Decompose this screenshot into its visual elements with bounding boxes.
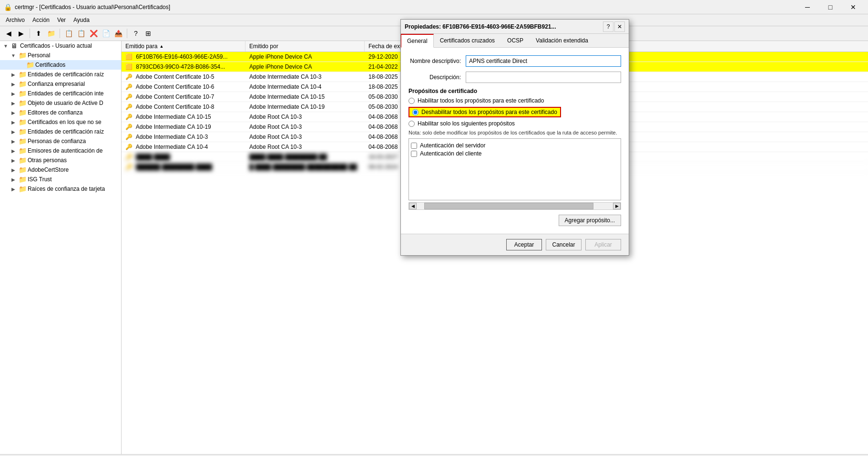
dialog-help-button[interactable]: ?: [603, 21, 613, 32]
tree-expand-otras: ▶: [10, 156, 17, 164]
paste-button[interactable]: 📋: [75, 28, 87, 39]
forward-button[interactable]: ▶: [15, 28, 27, 39]
scrollbar-thumb[interactable]: [424, 203, 593, 209]
cell-issued-by: Adobe Intermediate CA 10-15: [245, 92, 365, 102]
grid-button[interactable]: ⊞: [143, 28, 154, 39]
tree-label-adobe: AdobeCertStore: [28, 166, 69, 173]
tree-item-personas[interactable]: ▶ 📁 Personas de confianza: [0, 136, 121, 146]
copy-button[interactable]: 📋: [63, 28, 74, 39]
nombre-descriptivo-input[interactable]: [466, 55, 621, 67]
tree-item-raices[interactable]: ▶ 📁 Raíces de confianza de tarjeta: [0, 184, 121, 194]
properties-dialog: Propiedades: 6F10B766-E916-4603-966E-2A5…: [400, 19, 629, 256]
tab-validacion-extendida[interactable]: Validación extendida: [530, 34, 594, 48]
tree-label-raices: Raíces de confianza de tarjeta: [28, 186, 105, 192]
folder-icon-no-se: 📁: [19, 118, 26, 126]
dialog-content: Nombre descriptivo: Descripción: Propósi…: [401, 48, 629, 234]
menu-ayuda[interactable]: Ayuda: [70, 15, 93, 25]
radio-habilitar-solo-input[interactable]: [408, 121, 415, 127]
export-button[interactable]: 📤: [112, 28, 124, 39]
cell-issued-by: Apple iPhone Device CA: [245, 62, 365, 72]
scroll-left-arrow[interactable]: ◀: [409, 203, 417, 209]
cell-issued-to: 🔑 Adobe Intermediate CA 10-19: [122, 122, 245, 132]
tree-expand-no-se: ▶: [10, 118, 17, 126]
back-button[interactable]: ◀: [3, 28, 14, 39]
radio-deshabilitar-todos[interactable]: Deshabilitar todos los propósitos para e…: [408, 107, 561, 117]
col-header-issued-by[interactable]: Emitido por: [245, 41, 365, 52]
cell-issued-to: 🔑 Adobe Intermediate CA 10-3: [122, 132, 245, 142]
cell-issued-to: 🟨 8793CD63-99C0-4728-B086-354...: [122, 62, 245, 72]
tree-item-raiz2[interactable]: ▶ 📁 Entidades de certificación raíz: [0, 127, 121, 136]
tab-general[interactable]: General: [401, 34, 434, 48]
tree-label-editores: Editores de confianza: [28, 109, 82, 116]
maximize-button[interactable]: □: [819, 2, 841, 12]
cell-issued-to: 🔑 ████ ████: [122, 152, 245, 162]
cell-issued-to: 🔑 Adobe Content Certificate 10-8: [122, 102, 245, 112]
computer-icon: 🖥: [11, 42, 19, 50]
tree-label-confianza: Confianza empresarial: [28, 81, 85, 87]
radio-deshabilitar-todos-input[interactable]: [412, 109, 419, 115]
cancelar-button[interactable]: Cancelar: [546, 239, 582, 250]
dialog-title-bar: Propiedades: 6F10B766-E916-4603-966E-2A5…: [401, 20, 629, 34]
descripcion-row: Descripción:: [408, 72, 621, 83]
nombre-descriptivo-label: Nombre descriptivo:: [408, 58, 466, 64]
tab-ocsp[interactable]: OCSP: [501, 34, 530, 48]
window-controls: ─ □ ✕: [797, 2, 864, 12]
up-button[interactable]: ⬆: [33, 28, 44, 39]
tree-item-confianza[interactable]: ▶ 📁 Confianza empresarial: [0, 79, 121, 89]
tree-expand-entidades: ▶: [10, 90, 17, 97]
tree-label-personal: Personal: [28, 52, 50, 59]
radio-habilitar-solo[interactable]: Habilitar solo los siguientes propósitos: [408, 120, 621, 127]
minimize-button[interactable]: ─: [797, 2, 818, 12]
cell-issued-to: 🟨 6F10B766-E916-4603-966E-2A59...: [122, 52, 245, 62]
tree-item-raiz1[interactable]: ▶ 📁 Entidades de certificación raíz: [0, 70, 121, 79]
checkbox-servidor-input[interactable]: [411, 143, 417, 149]
tree-item-isg[interactable]: ▶ 📁 ISG Trust: [0, 175, 121, 184]
tree-item-adobe[interactable]: ▶ 📁 AdobeCertStore: [0, 165, 121, 175]
checkbox-autenticacion-servidor[interactable]: Autenticación del servidor: [411, 142, 619, 149]
tree-panel: ▼ 🖥 Certificados - Usuario actual ▼ 📁 Pe…: [0, 41, 122, 454]
agregar-proposito-button[interactable]: Agregar propósito...: [559, 215, 621, 226]
tree-item-editores[interactable]: ▶ 📁 Editores de confianza: [0, 108, 121, 117]
aplicar-button[interactable]: Aplicar: [585, 239, 621, 250]
tree-item-no-se[interactable]: ▶ 📁 Certificados en los que no se: [0, 117, 121, 127]
descripcion-input[interactable]: [466, 72, 621, 83]
properties-button[interactable]: 📄: [100, 28, 112, 39]
aceptar-button[interactable]: Aceptar: [506, 239, 542, 250]
tree-label-no-se: Certificados en los que no se: [28, 119, 102, 125]
checkbox-autenticacion-cliente[interactable]: Autenticación del cliente: [411, 150, 619, 157]
col-header-issued-to[interactable]: Emitido para ▲: [122, 41, 245, 52]
radio-habilitar-todos-input[interactable]: [408, 98, 415, 104]
folder-icon-raiz2: 📁: [19, 128, 26, 135]
cell-issued-by: Adobe Root CA 10-3: [245, 122, 365, 132]
folder-icon-personas: 📁: [19, 137, 26, 145]
checkbox-cliente-input[interactable]: [411, 151, 417, 157]
scroll-right-arrow[interactable]: ▶: [613, 203, 621, 209]
menu-ver[interactable]: Ver: [53, 15, 70, 25]
tree-expand-personas: ▶: [10, 137, 17, 145]
tree-item-otras[interactable]: ▶ 📁 Otras personas: [0, 155, 121, 165]
tree-item-objeto[interactable]: ▶ 📁 Objeto de usuario de Active D: [0, 98, 121, 108]
tree-item-emisores[interactable]: ▶ 📁 Emisores de autenticación de: [0, 146, 121, 155]
tab-certificados-cruzados[interactable]: Certificados cruzados: [434, 34, 501, 48]
help-button[interactable]: ?: [130, 28, 142, 39]
close-button[interactable]: ✕: [842, 2, 864, 12]
tree-item-root[interactable]: ▼ 🖥 Certificados - Usuario actual: [0, 41, 121, 51]
menu-archivo[interactable]: Archivo: [2, 15, 29, 25]
propositos-section-title: Propósitos de certificado: [408, 88, 621, 94]
show-hide-button[interactable]: 📁: [45, 28, 57, 39]
tree-item-certificados[interactable]: 📁 Certificados: [0, 60, 121, 70]
folder-icon-raices: 📁: [19, 185, 26, 193]
status-bar: [0, 454, 868, 456]
cell-issued-to: 🔑 Adobe Content Certificate 10-5: [122, 72, 245, 82]
dialog-close-button[interactable]: ✕: [614, 21, 625, 32]
dialog-title-controls: ? ✕: [603, 21, 625, 32]
list-scrollbar[interactable]: ◀ ▶: [408, 202, 621, 210]
toolbar-separator-1: [30, 29, 30, 38]
menu-accion[interactable]: Acción: [29, 15, 53, 25]
folder-icon-raiz1: 📁: [19, 71, 26, 78]
tree-expand-raiz2: ▶: [10, 128, 17, 135]
tree-item-entidades[interactable]: ▶ 📁 Entidades de certificación inte: [0, 89, 121, 98]
delete-button[interactable]: ❌: [88, 28, 99, 39]
radio-habilitar-todos[interactable]: Habilitar todos los propósitos para este…: [408, 97, 621, 104]
tree-item-personal[interactable]: ▼ 📁 Personal: [0, 51, 121, 60]
